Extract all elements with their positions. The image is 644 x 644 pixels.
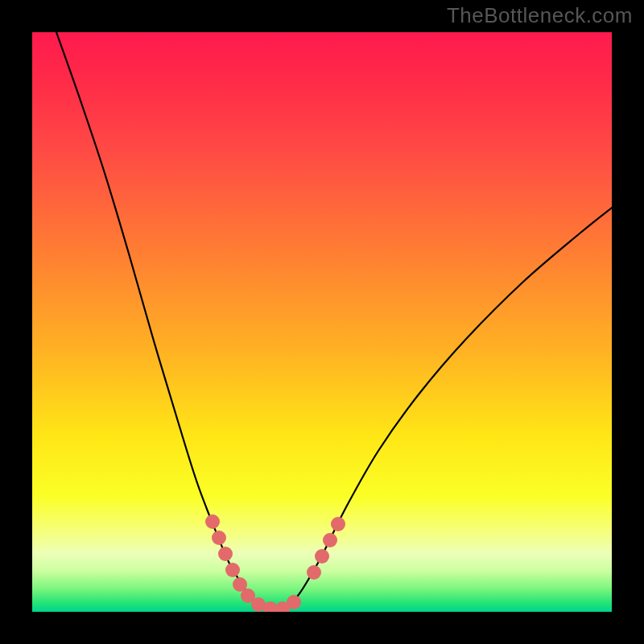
curve-markers: [205, 514, 345, 612]
chart-frame: TheBottleneck.com: [0, 0, 644, 644]
marker-dot: [315, 549, 329, 564]
marker-dot: [225, 563, 240, 577]
marker-dot: [323, 533, 337, 547]
marker-dot: [205, 514, 220, 529]
marker-dot: [307, 565, 321, 580]
marker-dot: [287, 595, 301, 609]
plot-area: [32, 32, 612, 612]
curve-svg: [32, 32, 612, 612]
watermark-text: TheBottleneck.com: [447, 3, 633, 28]
marker-dot: [218, 547, 233, 561]
marker-dot: [331, 517, 345, 531]
marker-dot: [212, 530, 226, 545]
